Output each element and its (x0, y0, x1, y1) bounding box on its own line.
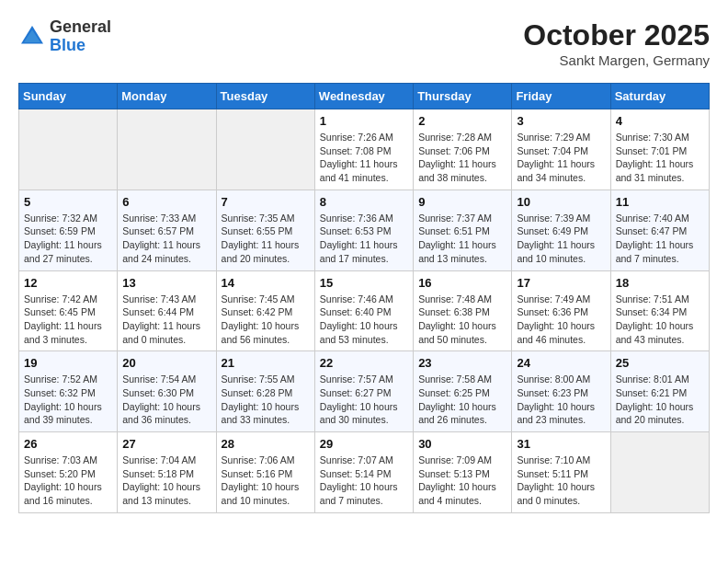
day-number: 3 (517, 114, 605, 128)
calendar-cell: 11Sunrise: 7:40 AM Sunset: 6:47 PM Dayli… (610, 190, 709, 270)
calendar-cell: 8Sunrise: 7:36 AM Sunset: 6:53 PM Daylig… (314, 190, 413, 270)
day-number: 22 (320, 356, 408, 370)
day-number: 27 (122, 437, 210, 451)
day-info: Sunrise: 7:09 AM Sunset: 5:13 PM Dayligh… (418, 454, 506, 508)
day-number: 30 (418, 437, 506, 451)
calendar-cell: 4Sunrise: 7:30 AM Sunset: 7:01 PM Daylig… (610, 109, 709, 190)
day-number: 11 (616, 195, 704, 209)
page-header: General Blue October 2025 Sankt Margen, … (18, 18, 710, 68)
day-number: 1 (320, 114, 408, 128)
calendar-header-row: SundayMondayTuesdayWednesdayThursdayFrid… (19, 84, 710, 109)
calendar-cell: 3Sunrise: 7:29 AM Sunset: 7:04 PM Daylig… (512, 109, 610, 190)
day-info: Sunrise: 7:57 AM Sunset: 6:27 PM Dayligh… (320, 373, 408, 427)
day-info: Sunrise: 7:42 AM Sunset: 6:45 PM Dayligh… (24, 293, 112, 347)
calendar-cell (118, 109, 216, 190)
calendar-cell: 18Sunrise: 7:51 AM Sunset: 6:34 PM Dayli… (610, 270, 709, 351)
day-info: Sunrise: 7:03 AM Sunset: 5:20 PM Dayligh… (24, 454, 112, 508)
day-number: 10 (517, 195, 605, 209)
day-number: 18 (616, 276, 704, 290)
calendar-cell: 16Sunrise: 7:48 AM Sunset: 6:38 PM Dayli… (414, 270, 512, 351)
day-info: Sunrise: 7:43 AM Sunset: 6:44 PM Dayligh… (122, 293, 210, 347)
day-info: Sunrise: 7:48 AM Sunset: 6:38 PM Dayligh… (418, 293, 506, 347)
day-info: Sunrise: 7:26 AM Sunset: 7:08 PM Dayligh… (320, 131, 408, 185)
calendar-week-4: 19Sunrise: 7:52 AM Sunset: 6:32 PM Dayli… (19, 351, 710, 432)
day-number: 29 (320, 437, 408, 451)
calendar-week-5: 26Sunrise: 7:03 AM Sunset: 5:20 PM Dayli… (19, 432, 710, 513)
day-number: 7 (222, 195, 310, 209)
day-number: 21 (222, 356, 310, 370)
day-number: 23 (418, 356, 506, 370)
day-info: Sunrise: 7:07 AM Sunset: 5:14 PM Dayligh… (320, 454, 408, 508)
day-info: Sunrise: 7:58 AM Sunset: 6:25 PM Dayligh… (418, 373, 506, 427)
day-info: Sunrise: 7:35 AM Sunset: 6:55 PM Dayligh… (222, 212, 310, 266)
day-info: Sunrise: 7:28 AM Sunset: 7:06 PM Dayligh… (418, 131, 506, 185)
day-info: Sunrise: 7:32 AM Sunset: 6:59 PM Dayligh… (24, 212, 112, 266)
calendar-cell: 22Sunrise: 7:57 AM Sunset: 6:27 PM Dayli… (314, 351, 413, 432)
calendar-cell: 24Sunrise: 8:00 AM Sunset: 6:23 PM Dayli… (512, 351, 610, 432)
calendar-cell: 1Sunrise: 7:26 AM Sunset: 7:08 PM Daylig… (314, 109, 413, 190)
logo-icon (18, 23, 46, 51)
day-info: Sunrise: 7:45 AM Sunset: 6:42 PM Dayligh… (222, 293, 310, 347)
column-header-saturday: Saturday (610, 84, 709, 109)
title-block: October 2025 Sankt Margen, Germany (523, 18, 710, 68)
column-header-monday: Monday (118, 84, 216, 109)
day-number: 31 (517, 437, 605, 451)
day-number: 24 (517, 356, 605, 370)
calendar-cell: 21Sunrise: 7:55 AM Sunset: 6:28 PM Dayli… (216, 351, 314, 432)
calendar-cell: 10Sunrise: 7:39 AM Sunset: 6:49 PM Dayli… (512, 190, 610, 270)
day-number: 6 (122, 195, 210, 209)
calendar-cell: 2Sunrise: 7:28 AM Sunset: 7:06 PM Daylig… (414, 109, 512, 190)
calendar-cell: 20Sunrise: 7:54 AM Sunset: 6:30 PM Dayli… (118, 351, 216, 432)
column-header-sunday: Sunday (19, 84, 118, 109)
day-number: 26 (24, 437, 112, 451)
day-info: Sunrise: 7:37 AM Sunset: 6:51 PM Dayligh… (418, 212, 506, 266)
day-number: 15 (320, 276, 408, 290)
calendar-cell: 28Sunrise: 7:06 AM Sunset: 5:16 PM Dayli… (216, 432, 314, 513)
calendar-cell: 31Sunrise: 7:10 AM Sunset: 5:11 PM Dayli… (512, 432, 610, 513)
day-info: Sunrise: 7:33 AM Sunset: 6:57 PM Dayligh… (122, 212, 210, 266)
calendar-cell: 27Sunrise: 7:04 AM Sunset: 5:18 PM Dayli… (118, 432, 216, 513)
logo: General Blue (18, 18, 111, 55)
calendar-week-1: 1Sunrise: 7:26 AM Sunset: 7:08 PM Daylig… (19, 109, 710, 190)
calendar-cell: 26Sunrise: 7:03 AM Sunset: 5:20 PM Dayli… (19, 432, 118, 513)
day-info: Sunrise: 7:54 AM Sunset: 6:30 PM Dayligh… (122, 373, 210, 427)
day-info: Sunrise: 7:29 AM Sunset: 7:04 PM Dayligh… (517, 131, 605, 185)
day-info: Sunrise: 8:01 AM Sunset: 6:21 PM Dayligh… (616, 373, 704, 427)
calendar-cell: 7Sunrise: 7:35 AM Sunset: 6:55 PM Daylig… (216, 190, 314, 270)
day-info: Sunrise: 8:00 AM Sunset: 6:23 PM Dayligh… (517, 373, 605, 427)
day-info: Sunrise: 7:49 AM Sunset: 6:36 PM Dayligh… (517, 293, 605, 347)
day-number: 14 (222, 276, 310, 290)
calendar-cell (19, 109, 118, 190)
day-number: 8 (320, 195, 408, 209)
day-number: 28 (222, 437, 310, 451)
calendar-week-2: 5Sunrise: 7:32 AM Sunset: 6:59 PM Daylig… (19, 190, 710, 270)
calendar-cell: 17Sunrise: 7:49 AM Sunset: 6:36 PM Dayli… (512, 270, 610, 351)
day-number: 9 (418, 195, 506, 209)
day-info: Sunrise: 7:06 AM Sunset: 5:16 PM Dayligh… (222, 454, 310, 508)
day-number: 16 (418, 276, 506, 290)
calendar-cell: 19Sunrise: 7:52 AM Sunset: 6:32 PM Dayli… (19, 351, 118, 432)
calendar-cell: 29Sunrise: 7:07 AM Sunset: 5:14 PM Dayli… (314, 432, 413, 513)
calendar-cell: 6Sunrise: 7:33 AM Sunset: 6:57 PM Daylig… (118, 190, 216, 270)
calendar-table: SundayMondayTuesdayWednesdayThursdayFrid… (18, 83, 710, 513)
day-info: Sunrise: 7:39 AM Sunset: 6:49 PM Dayligh… (517, 212, 605, 266)
column-header-thursday: Thursday (414, 84, 512, 109)
calendar-cell: 12Sunrise: 7:42 AM Sunset: 6:45 PM Dayli… (19, 270, 118, 351)
day-info: Sunrise: 7:10 AM Sunset: 5:11 PM Dayligh… (517, 454, 605, 508)
day-number: 20 (122, 356, 210, 370)
calendar-week-3: 12Sunrise: 7:42 AM Sunset: 6:45 PM Dayli… (19, 270, 710, 351)
calendar-cell: 5Sunrise: 7:32 AM Sunset: 6:59 PM Daylig… (19, 190, 118, 270)
day-number: 25 (616, 356, 704, 370)
column-header-tuesday: Tuesday (216, 84, 314, 109)
column-header-friday: Friday (512, 84, 610, 109)
month-title: October 2025 (523, 18, 710, 52)
day-info: Sunrise: 7:51 AM Sunset: 6:34 PM Dayligh… (616, 293, 704, 347)
calendar-cell: 30Sunrise: 7:09 AM Sunset: 5:13 PM Dayli… (414, 432, 512, 513)
calendar-cell: 13Sunrise: 7:43 AM Sunset: 6:44 PM Dayli… (118, 270, 216, 351)
day-info: Sunrise: 7:40 AM Sunset: 6:47 PM Dayligh… (616, 212, 704, 266)
day-number: 4 (616, 114, 704, 128)
day-number: 17 (517, 276, 605, 290)
day-info: Sunrise: 7:52 AM Sunset: 6:32 PM Dayligh… (24, 373, 112, 427)
day-number: 5 (24, 195, 112, 209)
calendar-cell: 23Sunrise: 7:58 AM Sunset: 6:25 PM Dayli… (414, 351, 512, 432)
